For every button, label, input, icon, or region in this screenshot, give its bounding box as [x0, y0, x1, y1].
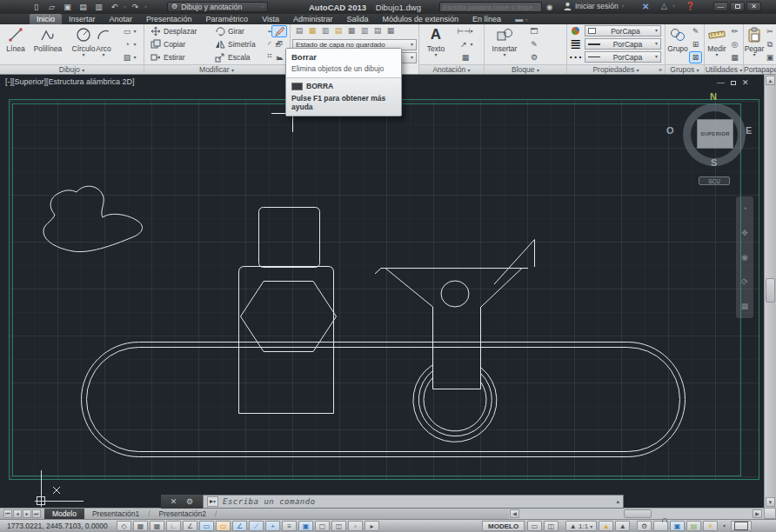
bottle-neck[interactable]	[259, 208, 320, 268]
ribbon-minimize-icon[interactable]: ▬ ▾	[508, 14, 535, 24]
erase-button[interactable]	[271, 25, 287, 37]
isolate-objects-button[interactable]: ▤	[686, 521, 701, 531]
scroll-down-icon[interactable]: ▼	[766, 497, 775, 507]
command-expand-icon[interactable]: ▴	[616, 498, 619, 505]
autoscale-button[interactable]: ▲	[615, 521, 630, 531]
workspace-dropdown[interactable]: ⚙ Dibujo y anotación ▾	[167, 2, 268, 12]
command-wrench-icon[interactable]: ⚙	[186, 497, 193, 506]
paste-dropdown-icon[interactable]: ▾	[744, 53, 765, 57]
rotate-button[interactable]: Girar	[214, 25, 244, 37]
nav-pan-icon[interactable]: ✥	[741, 229, 748, 237]
layer-lock-icon[interactable]: ▦	[345, 25, 358, 37]
tab-presentacion1[interactable]: Presentación1	[84, 509, 147, 520]
grid-display-button[interactable]: ▦	[150, 521, 164, 531]
toolbar-lock-button[interactable]	[653, 521, 668, 531]
command-close-icon[interactable]: ✕	[171, 497, 177, 506]
annotation-monitor-button[interactable]: ▫	[348, 521, 363, 531]
insert-dropdown-icon[interactable]: ▾	[489, 53, 520, 57]
undo-dropdown-icon[interactable]: ▾	[124, 5, 126, 10]
layer-off-icon[interactable]: ▦	[306, 25, 318, 37]
tab-first-icon[interactable]: ⏮	[3, 509, 12, 518]
stadium-inner[interactable]	[87, 348, 680, 452]
ortho-mode-button[interactable]: ∟	[166, 521, 181, 531]
tab-presentacion2[interactable]: Presentación2	[151, 509, 214, 520]
tab-inicio[interactable]: Inicio	[30, 14, 62, 24]
status-menu-dropdown-icon[interactable]: ▾	[723, 524, 726, 529]
horizontal-scroll-thumb[interactable]	[624, 509, 652, 518]
hexagon[interactable]	[241, 282, 337, 352]
object-color-dropdown[interactable]: PorCapa ▾	[585, 25, 661, 37]
tab-en-linea[interactable]: En línea	[465, 14, 508, 24]
tab-vista[interactable]: Vista	[255, 14, 286, 24]
text-button[interactable]: A Texto ▾	[423, 25, 449, 63]
tab-administrar[interactable]: Administrar	[286, 14, 340, 24]
redo-dropdown-icon[interactable]: ▾	[144, 5, 147, 10]
brightness-button[interactable]: ☀	[703, 521, 718, 531]
scroll-up-icon[interactable]: ▲	[766, 76, 775, 85]
3d-object-snap-button[interactable]: ▭	[216, 521, 231, 531]
block-attributes-button[interactable]: ⚙	[526, 51, 542, 63]
vertical-scrollbar[interactable]: ▲ ▼	[764, 75, 776, 508]
layer-isolate-icon[interactable]: ▥	[319, 25, 331, 37]
save-as-icon[interactable]: ▤	[77, 2, 90, 12]
funnel-top[interactable]	[375, 269, 528, 308]
navigation-bar[interactable]: ◔ ✥ ◉ ⟳ ▦	[736, 196, 753, 318]
paste-button[interactable]: Pegar ▾	[744, 25, 765, 63]
tab-last-icon[interactable]: ⏭	[32, 509, 41, 518]
autodesk360-icon[interactable]: △	[661, 2, 667, 10]
tab-modulos[interactable]: Módulos de extensión	[376, 14, 466, 24]
autodesk360-dropdown-icon[interactable]: ▾	[672, 4, 675, 9]
panel-label-dibujo[interactable]: Dibujo ▾	[0, 64, 144, 74]
dynamic-ucs-button[interactable]: ⟋	[249, 521, 264, 531]
panel-label-anotacion[interactable]: Anotación ▾	[419, 64, 484, 74]
stretch-button[interactable]: Estirar	[150, 51, 185, 63]
plot-icon[interactable]: ▥	[92, 2, 105, 12]
help-icon[interactable]: ❓	[686, 2, 695, 10]
move-button[interactable]: Desplazar	[150, 25, 197, 37]
maximize-button[interactable]	[730, 2, 745, 11]
layer-properties-icon[interactable]: ▤	[293, 25, 305, 37]
object-snap-tracking-button[interactable]: ∠	[232, 521, 247, 531]
viewcube-south[interactable]: S	[711, 157, 717, 168]
object-snap-button[interactable]: ▭	[199, 521, 214, 531]
head-circle[interactable]	[441, 281, 469, 307]
quick-properties-button[interactable]: ▢	[315, 521, 330, 531]
quick-view-drawings-button[interactable]: ◫	[544, 521, 559, 531]
workspace-gear-button[interactable]: ⚙	[637, 521, 652, 531]
lineweight-dropdown[interactable]: PorCapa ▾	[585, 38, 661, 50]
dialog-launcher-icon[interactable]: »	[659, 65, 662, 75]
snap-mode-button[interactable]: ▦	[133, 521, 148, 531]
tab-salida[interactable]: Salida	[340, 14, 376, 24]
leader-button[interactable]: ↗▾	[452, 38, 478, 50]
viewcube-ucs-button[interactable]: SCU	[699, 176, 730, 185]
tab-parametrico[interactable]: Paramétrico	[199, 14, 256, 24]
create-block-button[interactable]: 🗔	[526, 25, 542, 37]
viewcube-face[interactable]: SUPERIOR	[697, 119, 733, 149]
search-binoculars-icon[interactable]: ◉	[546, 3, 552, 11]
measure-button[interactable]: Medir ▾	[706, 25, 728, 63]
exchange-apps-icon[interactable]: ✕	[642, 2, 649, 11]
undo-icon[interactable]: ↶	[108, 2, 121, 12]
doc-restore-button[interactable]	[731, 78, 736, 87]
scale-button[interactable]: Escala	[214, 51, 251, 63]
transparency-button[interactable]: ▣	[298, 521, 313, 531]
annotation-visibility-button[interactable]: ▲	[599, 521, 613, 531]
layer-freeze-icon[interactable]: ▤	[332, 25, 345, 37]
scroll-right-icon[interactable]: ▶	[753, 509, 762, 518]
hatch-button[interactable]: ▨▾	[117, 51, 140, 63]
panel-label-bloque[interactable]: Bloque ▾	[485, 64, 566, 74]
funnel-stem[interactable]	[433, 307, 481, 389]
command-input-bar[interactable]: ▸▾ Escriba un comando ▴	[203, 495, 624, 509]
tab-modelo[interactable]: Modelo	[44, 509, 84, 520]
layer-match-icon[interactable]: ▥	[358, 25, 371, 37]
workspace-switch-button[interactable]: ▸	[365, 521, 379, 531]
spline-blob[interactable]	[43, 186, 143, 251]
help-search-box[interactable]	[439, 2, 542, 12]
bottle-body[interactable]	[239, 267, 334, 414]
hardware-acceleration-button[interactable]: ▣	[670, 521, 685, 531]
ellipse-button[interactable]: ◔▾	[117, 38, 140, 50]
mirror-button[interactable]: Simetría	[214, 38, 256, 50]
lineweight-list-icon[interactable]: ≣	[570, 38, 581, 49]
redo-icon[interactable]: ↷	[129, 2, 142, 12]
panel-label-propiedades[interactable]: Propiedades ▾»	[567, 64, 665, 74]
